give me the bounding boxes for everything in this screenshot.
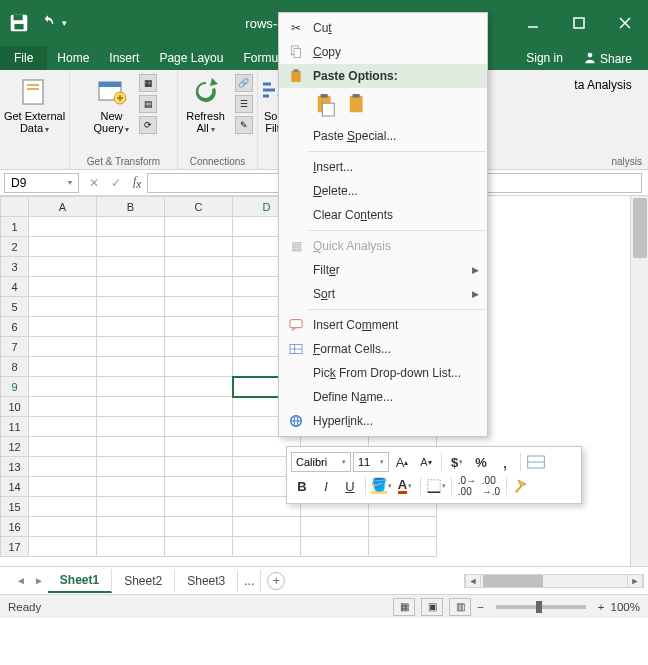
- menu-filter[interactable]: Filter▶: [279, 258, 487, 282]
- cell-C3[interactable]: [165, 257, 233, 277]
- row-header-1[interactable]: 1: [1, 217, 29, 237]
- sign-in-button[interactable]: Sign in: [518, 51, 571, 66]
- sheet-tab-3[interactable]: Sheet3: [175, 570, 238, 592]
- cell-B13[interactable]: [97, 457, 165, 477]
- increase-decimal-button[interactable]: .0→.00: [456, 475, 478, 497]
- cell-B7[interactable]: [97, 337, 165, 357]
- cell-B8[interactable]: [97, 357, 165, 377]
- cell-A7[interactable]: [29, 337, 97, 357]
- format-painter-button[interactable]: [511, 475, 533, 497]
- cell-A13[interactable]: [29, 457, 97, 477]
- fill-color-button[interactable]: 🪣▾: [370, 475, 392, 497]
- share-button[interactable]: Share: [575, 51, 640, 66]
- cell-D17[interactable]: [233, 537, 301, 557]
- vertical-scrollbar[interactable]: [630, 196, 648, 566]
- cell-B11[interactable]: [97, 417, 165, 437]
- cell-A14[interactable]: [29, 477, 97, 497]
- cell-A5[interactable]: [29, 297, 97, 317]
- cell-A8[interactable]: [29, 357, 97, 377]
- cell-I17[interactable]: [369, 537, 437, 557]
- font-size-select[interactable]: 11▾: [353, 452, 389, 472]
- zoom-in-button[interactable]: +: [598, 601, 605, 613]
- row-header-7[interactable]: 7: [1, 337, 29, 357]
- row-header-4[interactable]: 4: [1, 277, 29, 297]
- cell-A9[interactable]: [29, 377, 97, 397]
- menu-pick-from-list[interactable]: Pick From Drop-down List...: [279, 361, 487, 385]
- menu-paste-options[interactable]: Paste Options:: [279, 64, 487, 88]
- zoom-out-button[interactable]: −: [477, 601, 484, 613]
- cell-C11[interactable]: [165, 417, 233, 437]
- percent-format-button[interactable]: %: [470, 451, 492, 473]
- cell-C6[interactable]: [165, 317, 233, 337]
- cell-A3[interactable]: [29, 257, 97, 277]
- cell-C9[interactable]: [165, 377, 233, 397]
- cell-B1[interactable]: [97, 217, 165, 237]
- menu-sort[interactable]: Sort▶: [279, 282, 487, 306]
- row-header-2[interactable]: 2: [1, 237, 29, 257]
- cell-C14[interactable]: [165, 477, 233, 497]
- paste-option-values[interactable]: [345, 90, 371, 120]
- recent-sources-icon[interactable]: ⟳: [139, 116, 157, 134]
- cell-C15[interactable]: [165, 497, 233, 517]
- cell-B6[interactable]: [97, 317, 165, 337]
- cell-A17[interactable]: [29, 537, 97, 557]
- cell-A2[interactable]: [29, 237, 97, 257]
- refresh-all-button[interactable]: Refresh All: [182, 74, 229, 138]
- comma-format-button[interactable]: ,: [494, 451, 516, 473]
- menu-insert-comment[interactable]: Insert Comment: [279, 313, 487, 337]
- col-header-A[interactable]: A: [29, 197, 97, 217]
- connections-icon[interactable]: 🔗: [235, 74, 253, 92]
- menu-clear-contents[interactable]: Clear Contents: [279, 203, 487, 227]
- new-query-button[interactable]: New Query: [90, 74, 134, 138]
- cell-A16[interactable]: [29, 517, 97, 537]
- row-header-15[interactable]: 15: [1, 497, 29, 517]
- cell-B17[interactable]: [97, 537, 165, 557]
- menu-format-cells[interactable]: Format Cells...: [279, 337, 487, 361]
- cell-A11[interactable]: [29, 417, 97, 437]
- cell-A6[interactable]: [29, 317, 97, 337]
- cell-H17[interactable]: [301, 537, 369, 557]
- cell-B10[interactable]: [97, 397, 165, 417]
- row-header-16[interactable]: 16: [1, 517, 29, 537]
- show-queries-icon[interactable]: ▦: [139, 74, 157, 92]
- cell-B2[interactable]: [97, 237, 165, 257]
- row-header-13[interactable]: 13: [1, 457, 29, 477]
- font-color-button[interactable]: A▾: [394, 475, 416, 497]
- tab-file[interactable]: File: [0, 46, 47, 70]
- decrease-font-button[interactable]: A▾: [415, 451, 437, 473]
- new-sheet-button[interactable]: +: [267, 572, 285, 590]
- zoom-slider[interactable]: [496, 605, 586, 609]
- underline-button[interactable]: U: [339, 475, 361, 497]
- row-header-11[interactable]: 11: [1, 417, 29, 437]
- cell-B9[interactable]: [97, 377, 165, 397]
- cell-C1[interactable]: [165, 217, 233, 237]
- tab-home[interactable]: Home: [47, 46, 99, 70]
- get-external-data-button[interactable]: Get External Data: [0, 74, 69, 138]
- cell-B12[interactable]: [97, 437, 165, 457]
- menu-hyperlink[interactable]: Hyperlink...: [279, 409, 487, 433]
- cell-C12[interactable]: [165, 437, 233, 457]
- menu-delete[interactable]: Delete...: [279, 179, 487, 203]
- col-header-C[interactable]: C: [165, 197, 233, 217]
- row-header-9[interactable]: 9: [1, 377, 29, 397]
- row-header-17[interactable]: 17: [1, 537, 29, 557]
- close-button[interactable]: [602, 0, 648, 46]
- page-layout-view-button[interactable]: ▣: [421, 598, 443, 616]
- cell-C5[interactable]: [165, 297, 233, 317]
- row-header-6[interactable]: 6: [1, 317, 29, 337]
- properties-icon[interactable]: ☰: [235, 95, 253, 113]
- cell-A12[interactable]: [29, 437, 97, 457]
- cell-C10[interactable]: [165, 397, 233, 417]
- font-family-select[interactable]: Calibri▾: [291, 452, 351, 472]
- name-box[interactable]: D9▾: [4, 173, 79, 193]
- decrease-decimal-button[interactable]: .00→.0: [480, 475, 502, 497]
- cell-B15[interactable]: [97, 497, 165, 517]
- minimize-button[interactable]: [510, 0, 556, 46]
- tab-scroll-right-icon[interactable]: ►: [30, 575, 48, 586]
- menu-paste-special[interactable]: Paste Special...: [279, 124, 487, 148]
- cell-B14[interactable]: [97, 477, 165, 497]
- cell-H16[interactable]: [301, 517, 369, 537]
- cell-C2[interactable]: [165, 237, 233, 257]
- cell-B4[interactable]: [97, 277, 165, 297]
- col-header-B[interactable]: B: [97, 197, 165, 217]
